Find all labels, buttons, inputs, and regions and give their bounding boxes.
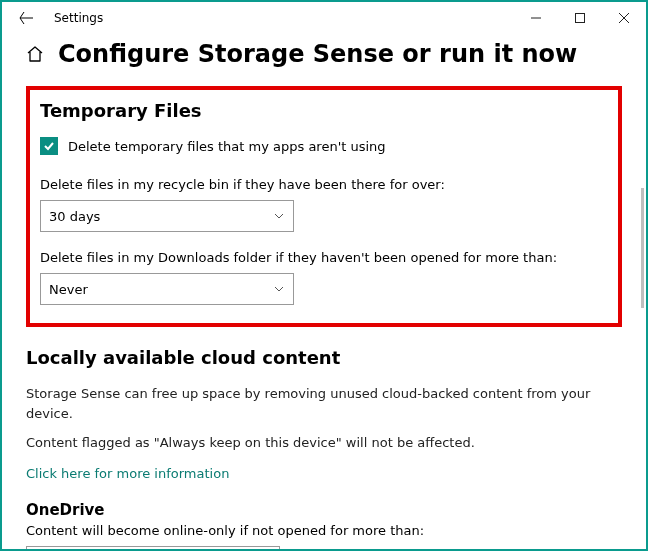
page-header: Configure Storage Sense or run it now <box>26 40 622 68</box>
scrollbar[interactable] <box>641 188 644 308</box>
window-controls <box>514 3 646 33</box>
onedrive-label: Content will become online-only if not o… <box>26 523 622 538</box>
recycle-bin-label: Delete files in my recycle bin if they h… <box>40 177 604 192</box>
chevron-down-icon <box>273 210 285 222</box>
svg-rect-0 <box>576 14 585 23</box>
content-area: Configure Storage Sense or run it now Te… <box>2 34 646 551</box>
minimize-button[interactable] <box>514 3 558 33</box>
downloads-field: Delete files in my Downloads folder if t… <box>40 250 604 305</box>
temporary-files-heading: Temporary Files <box>40 100 604 121</box>
chevron-down-icon <box>273 283 285 295</box>
cloud-heading: Locally available cloud content <box>26 347 622 368</box>
checkbox-checked-icon[interactable] <box>40 137 58 155</box>
onedrive-select[interactable]: 14 days <box>26 546 280 552</box>
cloud-desc2: Content flagged as "Always keep on this … <box>26 433 622 453</box>
page-title: Configure Storage Sense or run it now <box>58 40 577 68</box>
cloud-info-link[interactable]: Click here for more information <box>26 466 229 481</box>
close-button[interactable] <box>602 3 646 33</box>
downloads-select[interactable]: Never <box>40 273 294 305</box>
delete-temp-label: Delete temporary files that my apps aren… <box>68 139 386 154</box>
maximize-button[interactable] <box>558 3 602 33</box>
cloud-desc1: Storage Sense can free up space by remov… <box>26 384 622 423</box>
recycle-bin-select[interactable]: 30 days <box>40 200 294 232</box>
home-icon[interactable] <box>26 45 44 63</box>
recycle-bin-field: Delete files in my recycle bin if they h… <box>40 177 604 232</box>
delete-temp-checkbox-row[interactable]: Delete temporary files that my apps aren… <box>40 137 604 155</box>
downloads-label: Delete files in my Downloads folder if t… <box>40 250 604 265</box>
window-title: Settings <box>54 11 103 25</box>
recycle-bin-value: 30 days <box>49 209 100 224</box>
titlebar: Settings <box>2 2 646 34</box>
downloads-value: Never <box>49 282 88 297</box>
temporary-files-section: Temporary Files Delete temporary files t… <box>26 86 622 327</box>
back-button[interactable] <box>12 4 40 32</box>
onedrive-heading: OneDrive <box>26 501 622 519</box>
